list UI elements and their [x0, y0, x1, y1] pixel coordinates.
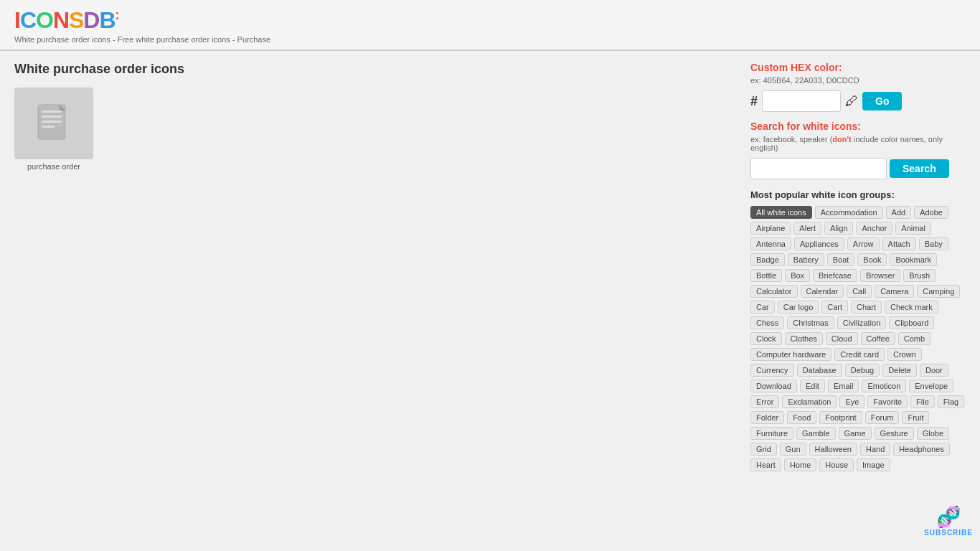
- tag-item[interactable]: Baby: [919, 237, 948, 250]
- tag-item[interactable]: Furniture: [750, 427, 793, 440]
- svg-rect-4: [42, 126, 55, 128]
- tag-item[interactable]: Debug: [845, 364, 880, 377]
- tag-item[interactable]: Gun: [780, 443, 806, 456]
- logo-letter-d: D: [83, 7, 99, 33]
- tag-item[interactable]: Camera: [875, 285, 914, 298]
- tag-item[interactable]: Fruit: [902, 411, 929, 424]
- tag-item[interactable]: Favorite: [867, 395, 908, 408]
- hex-input[interactable]: [762, 90, 841, 112]
- tag-item[interactable]: Antenna: [750, 237, 791, 250]
- logo-letter-i: I: [14, 7, 20, 33]
- tag-item[interactable]: Car logo: [778, 301, 819, 314]
- tag-item[interactable]: Error: [750, 395, 779, 408]
- tag-item[interactable]: Comb: [898, 332, 930, 345]
- tag-item[interactable]: Food: [787, 411, 816, 424]
- tag-item[interactable]: Edit: [800, 380, 825, 392]
- tag-item[interactable]: Flag: [938, 395, 964, 408]
- tag-item[interactable]: Animal: [895, 222, 931, 235]
- tag-item[interactable]: Boat: [827, 253, 855, 266]
- tag-item[interactable]: Footprint: [819, 411, 862, 424]
- tag-item[interactable]: Delete: [882, 364, 917, 377]
- tag-item[interactable]: Christmas: [787, 316, 834, 329]
- tag-item[interactable]: Email: [828, 380, 859, 392]
- tag-item[interactable]: Civilization: [837, 316, 887, 329]
- page-title: White purchase order icons: [14, 62, 736, 77]
- tag-item[interactable]: Add: [886, 206, 912, 219]
- tag-item[interactable]: Computer hardware: [750, 348, 831, 361]
- tag-item[interactable]: Accommodation: [815, 206, 883, 219]
- search-input[interactable]: [750, 158, 887, 179]
- tag-item[interactable]: Chart: [851, 301, 882, 314]
- dont-link[interactable]: don't: [832, 135, 851, 143]
- tag-item[interactable]: Appliances: [794, 237, 844, 250]
- tag-item[interactable]: Crown: [887, 348, 922, 361]
- tag-item[interactable]: Forum: [865, 411, 900, 424]
- tag-item[interactable]: Car: [750, 301, 775, 314]
- tag-item[interactable]: Halloween: [809, 443, 857, 456]
- tag-item[interactable]: Alert: [793, 222, 821, 235]
- tag-item[interactable]: Emoticon: [862, 380, 906, 392]
- tag-item[interactable]: Game: [839, 427, 872, 440]
- tag-item[interactable]: Image: [857, 458, 890, 471]
- tag-item[interactable]: Clipboard: [889, 316, 934, 329]
- tag-item[interactable]: Brush: [903, 269, 936, 282]
- tag-item[interactable]: Envelope: [909, 380, 953, 392]
- tag-item[interactable]: Chess: [750, 316, 784, 329]
- tag-item[interactable]: Eye: [839, 395, 864, 408]
- tag-item[interactable]: Globe: [917, 427, 949, 440]
- tag-item[interactable]: Attach: [882, 237, 916, 250]
- hex-row: # 🖊 Go: [750, 90, 966, 112]
- search-button[interactable]: Search: [890, 159, 949, 178]
- icon-label: purchase order: [14, 162, 93, 171]
- svg-rect-2: [42, 116, 62, 118]
- tag-item[interactable]: Cloud: [826, 332, 858, 345]
- tag-item[interactable]: Anchor: [856, 222, 892, 235]
- tag-item[interactable]: Credit card: [834, 348, 885, 361]
- tag-item[interactable]: Clothes: [785, 332, 823, 345]
- logo[interactable]: ICONSDB:: [14, 7, 966, 34]
- tag-item[interactable]: Headphones: [893, 443, 949, 456]
- tag-item[interactable]: Arrow: [847, 237, 880, 250]
- tag-item[interactable]: Bottle: [750, 269, 782, 282]
- tag-item[interactable]: Download: [750, 380, 797, 392]
- tag-item[interactable]: Camping: [917, 285, 960, 298]
- tag-item[interactable]: Browser: [860, 269, 900, 282]
- tag-item[interactable]: Currency: [750, 364, 794, 377]
- tag-item[interactable]: Calendar: [801, 285, 844, 298]
- tag-item[interactable]: File: [910, 395, 935, 408]
- tag-item[interactable]: Home: [784, 458, 816, 471]
- tag-item[interactable]: Badge: [750, 253, 785, 266]
- svg-rect-1: [42, 110, 62, 113]
- logo-letter-s: S: [69, 7, 83, 33]
- tag-item[interactable]: Bookmark: [890, 253, 937, 266]
- tag-item[interactable]: Exclamation: [782, 395, 837, 408]
- tag-item[interactable]: Box: [785, 269, 810, 282]
- tag-item[interactable]: Heart: [750, 458, 781, 471]
- tag-item[interactable]: All white icons: [750, 206, 812, 219]
- tag-item[interactable]: Battery: [788, 253, 824, 266]
- tag-item[interactable]: Briefcase: [813, 269, 857, 282]
- tag-item[interactable]: Hand: [860, 443, 890, 456]
- tag-item[interactable]: Folder: [750, 411, 784, 424]
- tag-item[interactable]: Align: [824, 222, 853, 235]
- tag-item[interactable]: Call: [847, 285, 872, 298]
- go-button[interactable]: Go: [862, 92, 902, 110]
- icon-grid: purchase order: [14, 88, 736, 171]
- tag-item[interactable]: Calculator: [750, 285, 798, 298]
- tag-item[interactable]: Coffee: [861, 332, 895, 345]
- tag-item[interactable]: Gesture: [875, 427, 914, 440]
- tag-item[interactable]: Door: [920, 364, 948, 377]
- tag-item[interactable]: Grid: [750, 443, 777, 456]
- tag-item[interactable]: Adobe: [914, 206, 948, 219]
- tag-item[interactable]: Book: [857, 253, 887, 266]
- tag-item[interactable]: Gamble: [796, 427, 836, 440]
- tag-item[interactable]: Cart: [821, 301, 848, 314]
- pencil-icon[interactable]: 🖊: [845, 94, 858, 109]
- tag-item[interactable]: Clock: [750, 332, 782, 345]
- tag-item[interactable]: House: [819, 458, 854, 471]
- icon-item[interactable]: purchase order: [14, 88, 93, 171]
- tag-item[interactable]: Check mark: [885, 301, 938, 314]
- tag-item[interactable]: Database: [797, 364, 842, 377]
- tag-item[interactable]: Airplane: [750, 222, 791, 235]
- icon-box: [14, 88, 93, 159]
